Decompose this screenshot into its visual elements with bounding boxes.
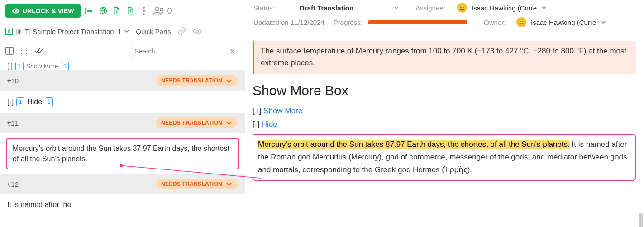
link-icon[interactable] — [177, 27, 186, 36]
scrollbar[interactable] — [639, 213, 643, 227]
svg-point-7 — [160, 8, 163, 11]
highlighted-text: Mercury's orbit around the Sun takes 87.… — [258, 140, 570, 149]
section-heading: Show More Box — [253, 83, 636, 98]
chevron-down-icon — [226, 120, 232, 126]
progress-bar — [368, 20, 467, 24]
chevron-down-icon — [226, 77, 232, 84]
unlock-view-label: UNLOCK & VIEW — [23, 7, 74, 14]
svg-point-15 — [24, 50, 24, 51]
status-value: Draft Translation — [300, 4, 353, 12]
status-pill[interactable]: NEEDS TRANSLATION — [156, 117, 238, 128]
more-icon[interactable] — [139, 6, 148, 15]
segment-stub: [ ]1 Show More1 — [0, 62, 245, 71]
assignee-label: Assignee: — [415, 4, 452, 12]
svg-point-18 — [24, 53, 24, 53]
svg-point-4 — [143, 10, 145, 12]
assignee-name: Isaac Hawking (Curre — [472, 4, 537, 12]
svg-point-13 — [26, 47, 27, 48]
chevron-down-icon — [394, 5, 399, 10]
owner-label: Owner: — [484, 19, 511, 26]
svg-point-6 — [155, 7, 159, 11]
quick-parts-button[interactable]: Quick Parts — [136, 28, 171, 35]
search-input[interactable] — [135, 48, 229, 55]
segment-header-12[interactable]: #12 NEEDS TRANSLATION — [0, 174, 245, 194]
avatar: 😄 — [516, 17, 526, 27]
eye-outline-icon[interactable] — [193, 27, 202, 36]
owner-name: Isaac Hawking (Curre — [531, 19, 596, 26]
hide-line: [-] Hide — [253, 120, 636, 129]
segment-header-11[interactable]: #11 NEEDS TRANSLATION — [0, 113, 245, 133]
eye-icon — [12, 7, 20, 15]
layout-icon[interactable] — [5, 47, 14, 56]
progress-label: Progress: — [334, 19, 363, 26]
doc-type-icon: A — [5, 28, 13, 35]
file-up-icon[interactable] — [126, 6, 135, 15]
globe-icon[interactable] — [99, 6, 108, 15]
avatar: 😄 — [457, 3, 467, 13]
search-input-wrapper[interactable]: ✕ — [131, 45, 239, 58]
document-title-dropdown[interactable]: A [it-IT] Sample Project Translation_1 — [5, 28, 129, 35]
svg-point-5 — [143, 13, 145, 15]
unlock-view-button[interactable]: UNLOCK & VIEW — [5, 4, 81, 18]
badge-icon[interactable]: A⇄ — [85, 6, 94, 15]
svg-point-3 — [143, 7, 145, 9]
segment-header-10[interactable]: #10 NEEDS TRANSLATION — [0, 71, 245, 91]
tag-close: 1 — [45, 97, 53, 106]
segment-id: #10 — [7, 77, 19, 85]
people-count: 0 — [153, 6, 172, 16]
document-title: [it-IT] Sample Project Translation_1 — [15, 28, 121, 35]
svg-point-16 — [26, 50, 27, 51]
hide-link[interactable]: Hide — [262, 120, 277, 129]
tag-open: 1 — [16, 97, 24, 106]
people-icon — [153, 6, 166, 15]
assignee-dropdown[interactable]: 😄 Isaac Hawking (Curre — [457, 3, 547, 13]
segment-body-12[interactable]: It is named after the — [0, 194, 245, 215]
segment-body-11[interactable]: Mercury's orbit around the Sun takes 87.… — [0, 133, 245, 174]
info-box: The surface temperature of Mercury range… — [253, 41, 636, 74]
svg-point-11 — [21, 47, 22, 48]
svg-point-17 — [21, 53, 22, 53]
status-dropdown[interactable]: Draft Translation — [300, 4, 399, 12]
status-pill[interactable]: NEEDS TRANSLATION — [156, 179, 238, 189]
show-more-link[interactable]: Show More — [263, 106, 302, 115]
status-label: Status: — [253, 4, 294, 12]
svg-point-8 — [196, 30, 198, 33]
owner-dropdown[interactable]: 😄 Isaac Hawking (Curre — [516, 17, 606, 27]
svg-text:A⇄: A⇄ — [86, 9, 92, 13]
file-down-icon[interactable] — [112, 6, 121, 15]
content-highlight-box: Mercury's orbit around the Sun takes 87.… — [253, 134, 636, 181]
check-all-icon[interactable] — [34, 47, 43, 56]
show-more-line: [+] Show More — [253, 106, 636, 116]
segment-id: #11 — [7, 119, 19, 127]
svg-point-12 — [24, 47, 24, 48]
svg-point-14 — [21, 50, 22, 51]
status-pill[interactable]: NEEDS TRANSLATION — [156, 75, 238, 86]
updated-on: Updated on 11/12/2024 — [253, 19, 324, 26]
grid-icon[interactable] — [20, 47, 28, 56]
chevron-down-icon — [601, 19, 606, 25]
svg-point-19 — [26, 53, 27, 53]
segment-text-highlighted: Mercury's orbit around the Sun takes 87.… — [6, 138, 239, 169]
segment-body-10[interactable]: [-] 1 Hide 1 — [0, 91, 245, 113]
chevron-down-icon — [226, 181, 232, 187]
segment-id: #12 — [7, 180, 19, 188]
chevron-down-icon — [124, 29, 129, 34]
chevron-down-icon — [541, 5, 547, 10]
clear-search-icon[interactable]: ✕ — [229, 47, 235, 56]
